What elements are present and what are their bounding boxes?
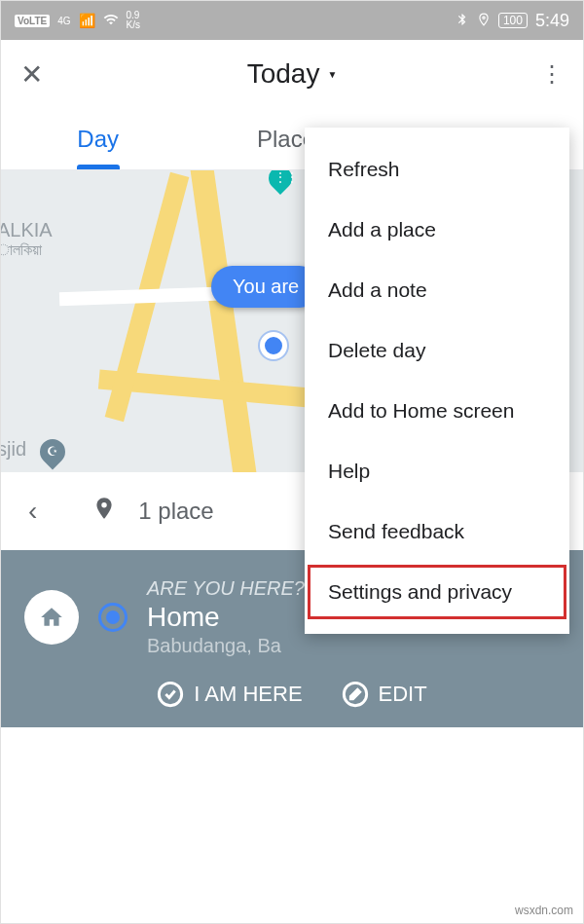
menu-add-place[interactable]: Add a place — [305, 200, 569, 260]
overflow-menu-button[interactable]: ⋮ — [525, 60, 564, 88]
menu-settings-privacy[interactable]: Settings and privacy — [305, 562, 569, 622]
menu-add-note[interactable]: Add a note — [305, 260, 569, 320]
map-area-label: ALKIA ালকিয়া — [1, 219, 53, 259]
page-title: Today — [247, 58, 320, 90]
status-bar: VoLTE 4G 📶 0.9K/s 100 5:49 — [1, 1, 583, 40]
menu-refresh[interactable]: Refresh — [305, 139, 569, 200]
overflow-menu: Refresh Add a place Add a note Delete da… — [305, 128, 569, 634]
home-icon[interactable] — [24, 590, 79, 645]
svg-point-0 — [483, 17, 485, 18]
card-title: Home — [147, 602, 305, 633]
bluetooth-icon — [456, 13, 469, 29]
menu-delete-day[interactable]: Delete day — [305, 320, 569, 381]
app-header: ✕ Today ▼ ⋮ — [1, 40, 583, 108]
confirm-here-button[interactable]: I AM HERE — [157, 681, 302, 708]
prev-button[interactable]: ‹ — [28, 496, 37, 527]
date-selector[interactable]: Today ▼ — [59, 58, 525, 90]
menu-add-home-screen[interactable]: Add to Home screen — [305, 381, 569, 441]
clock: 5:49 — [535, 11, 569, 31]
dropdown-arrow-icon: ▼ — [327, 69, 337, 80]
battery-indicator: 100 — [498, 13, 528, 28]
tab-day[interactable]: Day — [1, 110, 195, 168]
edit-label: EDIT — [379, 682, 427, 707]
signal-icon: 📶 — [79, 13, 95, 28]
map-pin-place[interactable]: ☪ — [40, 439, 65, 464]
current-location-dot[interactable] — [260, 332, 287, 359]
map-pin-poi[interactable]: ⋮⋮ — [269, 170, 292, 203]
map-area-label-2: sjid — [1, 438, 26, 461]
confirm-here-label: I AM HERE — [194, 682, 302, 707]
volte-badge: VoLTE — [15, 15, 50, 27]
card-question: ARE YOU HERE? — [147, 577, 305, 600]
network-icon: 4G — [57, 16, 70, 26]
location-icon — [477, 13, 491, 29]
menu-help[interactable]: Help — [305, 441, 569, 501]
speed-indicator: 0.9K/s — [127, 11, 140, 30]
edit-button[interactable]: EDIT — [342, 681, 427, 708]
place-pin-icon — [91, 494, 117, 530]
wifi-icon — [103, 12, 119, 30]
close-button[interactable]: ✕ — [20, 58, 59, 91]
watermark: wsxdn.com — [515, 904, 573, 917]
card-address: Babudanga, Ba — [147, 635, 305, 657]
place-count: 1 place — [138, 498, 213, 525]
location-radio[interactable] — [98, 603, 128, 632]
svg-point-1 — [102, 502, 107, 507]
menu-send-feedback[interactable]: Send feedback — [305, 501, 569, 562]
